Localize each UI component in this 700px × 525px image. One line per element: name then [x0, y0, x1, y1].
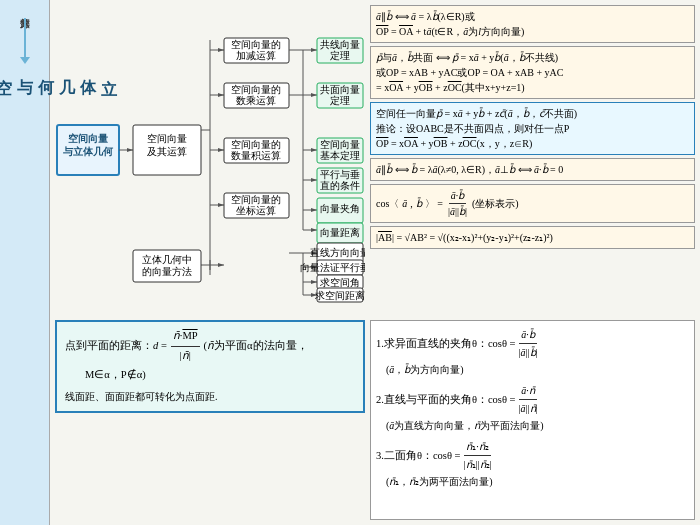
angle-formula-1: 1.求异面直线的夹角θ：cosθ = ā·b̄ |ā||b̄| (ā，b̄为方向… — [376, 326, 689, 378]
bottom-section: 点到平面的距离：d = n̄·MP |n̄| (n̄为平面α的法向量， M∈α，… — [55, 320, 695, 520]
svg-text:共面向量: 共面向量 — [320, 84, 360, 95]
formula-angle: cos〈ā,b̄〉 = ā·b̄ |ā||b̄| (坐标表示) — [370, 184, 695, 223]
dist-line3: 线面距、面面距都可转化为点面距. — [65, 388, 355, 406]
left-sidebar: 第六部分 立体几何与空间向量 — [0, 0, 50, 525]
svg-text:的向量方法: 的向量方法 — [142, 266, 192, 277]
formula-colinear: ā∥b̄ ⟺ ā = λb̄(λ∈R)或 OP = OA + tā(t∈R，ā为… — [370, 5, 695, 43]
f3-line3: OP = xOA + yOB + zOC(x，y，z∈R) — [376, 136, 689, 151]
flowchart: 空间向量 与立体几何 空间向量 及其运算 空间向量的 加减运算 — [55, 5, 365, 305]
bottom-right-formulas: 1.求异面直线的夹角θ：cosθ = ā·b̄ |ā||b̄| (ā，b̄为方向… — [370, 320, 695, 520]
svg-text:直线方向向量: 直线方向向量 — [310, 247, 365, 258]
f2-line1: p̄与ā，b̄共面 ⟺ p̄ = xā + yb̄(ā，b̄不共线) — [376, 50, 689, 65]
svg-text:求空间角: 求空间角 — [320, 277, 360, 288]
main-title: 立体几何与空间向量 — [0, 66, 119, 70]
svg-text:数乘运算: 数乘运算 — [236, 95, 276, 106]
content-area: 空间向量 与立体几何 空间向量 及其运算 空间向量的 加减运算 — [50, 0, 700, 525]
angle-formula-3: 3.二面角θ：cosθ = n̄₁·n̄₂ |n̄₁||n̄₂| (n̄₁，n̄… — [376, 438, 689, 490]
f1-line2: OP = OA + tā(t∈R，ā为l方向向量) — [376, 24, 689, 39]
dist-line1: 点到平面的距离：d = n̄·MP |n̄| (n̄为平面α的法向量， — [65, 327, 355, 366]
svg-text:空间向量的: 空间向量的 — [231, 194, 281, 205]
main-container: 第六部分 立体几何与空间向量 空间向量 与立体几何 — [0, 0, 700, 525]
dist-line2: M∈α，P∉α) — [65, 366, 355, 385]
f2-line2: 或OP = xAB + yAC或OP = OA + xAB + yAC — [376, 65, 689, 80]
f4-content: ā∥b̄ ⟺ b̄ = λā(λ≠0, λ∈R)，ā⊥b̄ ⟺ ā·b̄ = 0 — [376, 162, 689, 177]
svg-text:平行与垂: 平行与垂 — [320, 169, 360, 180]
svg-text:共线向量: 共线向量 — [320, 39, 360, 50]
svg-text:空间向量的: 空间向量的 — [231, 139, 281, 150]
f6-content: |AB| = √AB² = √((x₂-x₁)²+(y₂-y₁)²+(z₂-z₁… — [376, 230, 689, 245]
svg-text:立体几何中: 立体几何中 — [142, 254, 192, 265]
f1-line1: ā∥b̄ ⟺ ā = λb̄(λ∈R)或 — [376, 9, 689, 24]
formula-basic: 空间任一向量p̄ = xā + yb̄ + zc̄(ā，b̄，c̄不共面) 推论… — [370, 102, 695, 155]
sidebar-arrow — [24, 18, 26, 58]
formula-distance: |AB| = √AB² = √((x₂-x₁)²+(y₂-y₁)²+(z₂-z₁… — [370, 226, 695, 249]
f3-line1: 空间任一向量p̄ = xā + yb̄ + zc̄(ā，b̄，c̄不共面) — [376, 106, 689, 121]
svg-text:定理: 定理 — [330, 50, 350, 61]
svg-text:向量夹角: 向量夹角 — [320, 203, 360, 214]
bottom-left: 点到平面的距离：d = n̄·MP |n̄| (n̄为平面α的法向量， M∈α，… — [55, 320, 365, 520]
svg-text:直的条件: 直的条件 — [320, 180, 360, 191]
formula-coplanar: p̄与ā，b̄共面 ⟺ p̄ = xā + yb̄(ā，b̄不共线) 或OP =… — [370, 46, 695, 99]
formula-parallel: ā∥b̄ ⟺ b̄ = λā(λ≠0, λ∈R)，ā⊥b̄ ⟺ ā·b̄ = 0 — [370, 158, 695, 181]
svg-text:数量积运算: 数量积运算 — [231, 150, 281, 161]
svg-text:向量法证平行垂直: 向量法证平行垂直 — [300, 262, 365, 273]
svg-text:空间向量的: 空间向量的 — [231, 84, 281, 95]
svg-text:空间向量: 空间向量 — [147, 133, 187, 144]
svg-text:与立体几何: 与立体几何 — [63, 146, 114, 157]
f3-line2: 推论：设OABC是不共面四点，则对任一点P — [376, 121, 689, 136]
formulas-panel: ā∥b̄ ⟺ ā = λb̄(λ∈R)或 OP = OA + tā(t∈R，ā为… — [370, 5, 695, 315]
svg-text:求空间距离: 求空间距离 — [315, 290, 365, 301]
svg-text:向量距离: 向量距离 — [320, 227, 360, 238]
svg-text:加减运算: 加减运算 — [236, 50, 276, 61]
svg-text:空间向量: 空间向量 — [320, 139, 360, 150]
distance-formula-box: 点到平面的距离：d = n̄·MP |n̄| (n̄为平面α的法向量， M∈α，… — [55, 320, 365, 413]
angle-formula-2: 2.直线与平面的夹角θ：cosθ = ā·n̄ |ā||n̄| (ā为直线方向向… — [376, 382, 689, 434]
svg-text:空间向量: 空间向量 — [68, 133, 108, 144]
svg-text:及其运算: 及其运算 — [147, 146, 187, 157]
svg-text:坐标运算: 坐标运算 — [236, 205, 276, 216]
svg-text:定理: 定理 — [330, 95, 350, 106]
f2-line3: = xOA + yOB + zOC(其中x+y+z=1) — [376, 80, 689, 95]
f5-content: cos〈ā,b̄〉 = ā·b̄ |ā||b̄| (坐标表示) — [376, 188, 689, 219]
svg-text:空间向量的: 空间向量的 — [231, 39, 281, 50]
svg-text:基本定理: 基本定理 — [320, 150, 360, 161]
diagram-section: 空间向量 与立体几何 空间向量 及其运算 空间向量的 加减运算 — [55, 5, 695, 315]
